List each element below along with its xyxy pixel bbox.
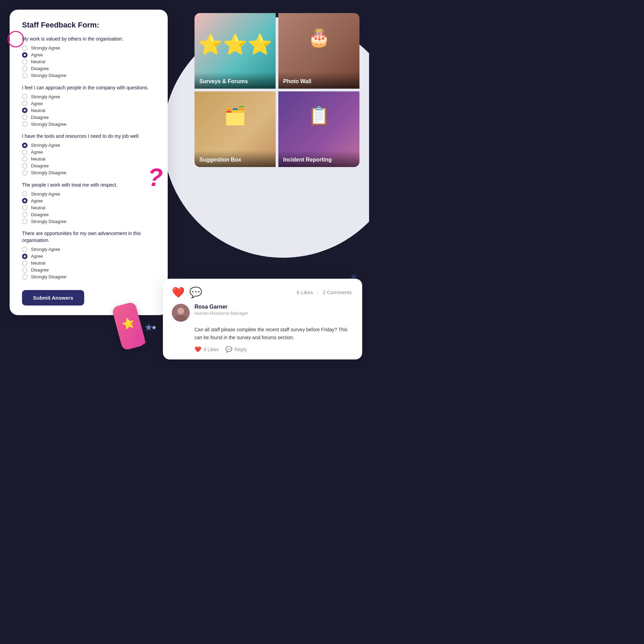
- tiles-grid: ⭐⭐⭐ Surveys & Forums 🎂 Photo Wall 🗂️ Sug…: [195, 13, 359, 167]
- post-author: Rosa Garner Human Resource Manager: [172, 304, 353, 322]
- q2-strongly-agree[interactable]: Strongly Agree: [22, 94, 155, 99]
- post-reply-button[interactable]: 💬 Reply: [225, 346, 247, 353]
- question-5: There are opportunities for my own advan…: [22, 230, 155, 279]
- q5-agree[interactable]: Agree: [22, 254, 155, 259]
- q2-neutral[interactable]: Neutral: [22, 108, 155, 113]
- q5-disagree[interactable]: Disagree: [22, 267, 155, 273]
- q5-strongly-agree[interactable]: Strongly Agree: [22, 247, 155, 252]
- question-1: My work is valued by others in the organ…: [22, 36, 155, 78]
- post-footer: ❤️ 3 Likes 💬 Reply: [172, 346, 353, 353]
- q1-strongly-agree[interactable]: Strongly Agree: [22, 45, 155, 51]
- avatar: [172, 304, 190, 322]
- footer-likes-count: 3 Likes: [203, 347, 219, 352]
- svg-point-3: [178, 308, 184, 314]
- q1-disagree[interactable]: Disagree: [22, 66, 155, 71]
- tile-incident[interactable]: 📋 Incident Reporting: [278, 91, 359, 167]
- q2-disagree[interactable]: Disagree: [22, 114, 155, 120]
- post-icons: ❤️ 💬: [172, 286, 202, 298]
- question-3: I have the tools and resources I need to…: [22, 133, 155, 176]
- q3-strongly-agree[interactable]: Strongly Agree: [22, 143, 155, 148]
- q5-strongly-disagree[interactable]: Strongly Disagree: [22, 274, 155, 280]
- q4-strongly-disagree[interactable]: Strongly Disagree: [22, 219, 155, 224]
- post-card: ❤️ 💬 6 Likes · 2 Comments Rosa Garner Hu…: [163, 279, 362, 359]
- question-2: I feel I can approach people in the comp…: [22, 85, 155, 127]
- author-name: Rosa Garner: [195, 304, 248, 310]
- post-reactions: ❤️ 💬 6 Likes · 2 Comments: [172, 286, 353, 298]
- submit-button[interactable]: Submit Answers: [22, 290, 84, 306]
- q2-strongly-disagree[interactable]: Strongly Disagree: [22, 121, 155, 127]
- post-likes-button[interactable]: ❤️ 3 Likes: [195, 346, 219, 353]
- tile-incident-label: Incident Reporting: [278, 151, 359, 167]
- question-4-text: The people I work with treat me with res…: [22, 182, 155, 189]
- q3-strongly-disagree[interactable]: Strongly Disagree: [22, 170, 155, 176]
- separator: ·: [317, 289, 319, 295]
- q2-agree[interactable]: Agree: [22, 101, 155, 106]
- author-role: Human Resource Manager: [195, 311, 248, 316]
- phone-decoration: ⭐: [117, 304, 148, 355]
- tile-surveys-label: Surveys & Forums: [195, 72, 276, 89]
- q5-neutral[interactable]: Neutral: [22, 260, 155, 266]
- q3-disagree[interactable]: Disagree: [22, 163, 155, 169]
- heart-small-icon: ❤️: [195, 346, 201, 353]
- question-4: The people I work with treat me with res…: [22, 182, 155, 224]
- tile-photo[interactable]: 🎂 Photo Wall: [278, 13, 359, 89]
- star-decoration-3: ★: [140, 338, 147, 347]
- q1-neutral[interactable]: Neutral: [22, 59, 155, 65]
- tile-suggestion[interactable]: 🗂️ Suggestion Box: [195, 91, 276, 167]
- question-5-text: There are opportunities for my own advan…: [22, 230, 155, 244]
- reply-label: Reply: [234, 347, 247, 352]
- form-title: Staff Feedback Form:: [22, 21, 155, 30]
- q4-neutral[interactable]: Neutral: [22, 205, 155, 210]
- decorative-circle: [8, 31, 24, 47]
- question-1-text: My work is valued by others in the organ…: [22, 36, 155, 43]
- feedback-form-card: Staff Feedback Form: My work is valued b…: [10, 10, 168, 315]
- q3-neutral[interactable]: Neutral: [22, 156, 155, 162]
- star-decoration-1: ★: [134, 332, 140, 340]
- post-content: Can all staff please complete the recent…: [172, 326, 353, 341]
- decorative-question-mark: ?: [148, 165, 163, 190]
- avatar-image: [172, 304, 190, 322]
- comment-small-icon: 💬: [225, 346, 232, 353]
- tile-surveys[interactable]: ⭐⭐⭐ Surveys & Forums: [195, 13, 276, 89]
- tile-suggestion-label: Suggestion Box: [195, 151, 276, 167]
- star-decoration-4: ★: [151, 324, 157, 331]
- question-2-text: I feel I can approach people in the comp…: [22, 85, 155, 91]
- q4-disagree[interactable]: Disagree: [22, 212, 155, 217]
- comments-count: 2 Comments: [323, 289, 352, 295]
- q1-agree[interactable]: Agree: [22, 52, 155, 58]
- q4-agree[interactable]: Agree: [22, 198, 155, 203]
- comment-icon[interactable]: 💬: [189, 286, 202, 298]
- q4-strongly-agree[interactable]: Strongly Agree: [22, 191, 155, 197]
- tile-photo-label: Photo Wall: [278, 72, 359, 89]
- author-info: Rosa Garner Human Resource Manager: [195, 304, 248, 316]
- avatar-svg: [172, 304, 190, 322]
- q1-strongly-disagree[interactable]: Strongly Disagree: [22, 73, 155, 78]
- question-3-text: I have the tools and resources I need to…: [22, 133, 155, 140]
- q3-agree[interactable]: Agree: [22, 149, 155, 155]
- likes-count: 6 Likes: [297, 289, 313, 295]
- heart-icon[interactable]: ❤️: [172, 286, 185, 298]
- post-counts: 6 Likes · 2 Comments: [295, 289, 353, 295]
